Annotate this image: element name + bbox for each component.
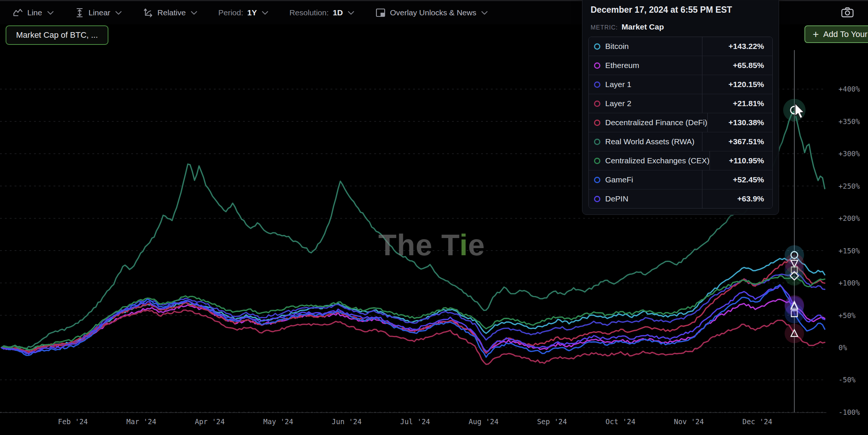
x-axis-tick-label: Dec '24 xyxy=(735,417,780,426)
tooltip-row[interactable]: Ethereum+65.85% xyxy=(589,56,772,75)
series-change-value: +143.22% xyxy=(729,42,764,51)
series-color-dot-icon xyxy=(594,101,600,107)
tooltip-row[interactable]: Real World Assets (RWA)+367.51% xyxy=(589,132,772,151)
x-axis-tick-label: Mar '24 xyxy=(119,417,164,426)
series-color-dot-icon xyxy=(594,62,600,69)
series-change-value: +130.38% xyxy=(729,118,764,127)
tooltip-row-name-cell: DePIN xyxy=(589,189,702,208)
series-line-bitcoin[interactable] xyxy=(1,256,825,351)
series-change-value: +367.51% xyxy=(729,137,764,146)
crosshair-marker-bitcoin xyxy=(791,252,798,258)
series-change-value: +110.95% xyxy=(729,156,764,165)
tooltip-row-name-cell: Ethereum xyxy=(589,56,702,75)
tooltip-row-value-cell: +367.51% xyxy=(702,132,772,151)
y-axis-tick-label: +300% xyxy=(838,149,867,158)
series-change-value: +120.15% xyxy=(729,80,764,89)
y-axis-tick-label: -50% xyxy=(838,376,867,384)
series-name: DePIN xyxy=(605,194,628,203)
y-axis-tick-label: +350% xyxy=(838,117,867,126)
series-name: Ethereum xyxy=(605,61,639,70)
tooltip-row-name-cell: Decentralized Finance (DeFi) xyxy=(589,113,708,132)
series-change-value: +21.81% xyxy=(733,99,764,108)
tooltip-row[interactable]: Centralized Exchanges (CEX)+110.95% xyxy=(589,151,772,170)
series-name: Centralized Exchanges (CEX) xyxy=(605,156,710,165)
crosshair-marker-triangle-up xyxy=(785,324,804,343)
x-axis-tick-label: Feb '24 xyxy=(50,417,95,426)
tooltip-row-value-cell: +120.15% xyxy=(702,75,772,94)
tooltip-row[interactable]: Decentralized Finance (DeFi)+130.38% xyxy=(589,113,772,132)
x-axis-tick-label: Sep '24 xyxy=(530,417,575,426)
tooltip-row[interactable]: Bitcoin+143.22% xyxy=(589,37,772,56)
series-color-dot-icon xyxy=(594,43,600,50)
crosshair-marker-triangle-up xyxy=(785,297,804,316)
y-axis-tick-label: +200% xyxy=(838,214,867,222)
series-name: Layer 1 xyxy=(605,80,631,89)
tooltip-row-value-cell: +65.85% xyxy=(702,56,772,75)
tooltip-row-name-cell: Layer 2 xyxy=(589,94,702,113)
series-name: GameFi xyxy=(605,175,633,184)
tooltip-row[interactable]: DePIN+63.9% xyxy=(589,189,772,208)
tooltip-row-name-cell: Centralized Exchanges (CEX) xyxy=(589,151,710,170)
series-name: Decentralized Finance (DeFi) xyxy=(605,118,707,127)
tooltip-row-value-cell: +130.38% xyxy=(708,113,772,132)
y-axis-tick-label: +50% xyxy=(838,311,867,320)
tooltip-row[interactable]: Layer 2+21.81% xyxy=(589,94,772,113)
crosshair-marker-diamond xyxy=(785,266,804,286)
series-name: Real World Assets (RWA) xyxy=(605,137,695,146)
x-axis-tick-label: May '24 xyxy=(256,417,301,426)
tooltip-metric: METRIC: Market Cap xyxy=(588,15,773,37)
tooltip-row-name-cell: Real World Assets (RWA) xyxy=(589,132,702,151)
series-color-dot-icon xyxy=(594,177,600,183)
tooltip-datetime: December 17, 2024 at 6:55 PM EST xyxy=(588,4,773,15)
series-color-dot-icon xyxy=(594,120,600,126)
tooltip-metric-label: METRIC: xyxy=(591,24,618,31)
tooltip-row-name-cell: Bitcoin xyxy=(589,37,702,56)
chart-tooltip: December 17, 2024 at 6:55 PM EST METRIC:… xyxy=(582,0,779,215)
series-color-dot-icon xyxy=(594,139,600,145)
x-axis-tick-label: Aug '24 xyxy=(461,417,506,426)
tooltip-row-value-cell: +21.81% xyxy=(702,94,772,113)
series-name: Bitcoin xyxy=(605,42,629,51)
x-axis-tick-label: Oct '24 xyxy=(598,417,643,426)
tooltip-row-name-cell: GameFi xyxy=(589,170,702,189)
y-axis-tick-label: +100% xyxy=(838,279,867,287)
y-axis-tick-label: +150% xyxy=(838,247,867,255)
series-color-dot-icon xyxy=(594,81,600,88)
y-axis-tick-label: -100% xyxy=(838,408,867,416)
tooltip-row-name-cell: Layer 1 xyxy=(589,75,702,94)
y-axis-tick-label: +400% xyxy=(838,85,867,93)
tooltip-row-value-cell: +143.22% xyxy=(702,37,772,56)
x-axis-tick-label: Nov '24 xyxy=(667,417,711,426)
series-change-value: +65.85% xyxy=(733,61,764,70)
tooltip-table: Bitcoin+143.22%Ethereum+65.85%Layer 1+12… xyxy=(588,37,773,209)
series-color-dot-icon xyxy=(594,158,600,164)
tooltip-row-value-cell: +110.95% xyxy=(710,151,772,170)
series-color-dot-icon xyxy=(594,196,600,202)
tooltip-row[interactable]: Layer 1+120.15% xyxy=(589,75,772,94)
series-line-depin[interactable] xyxy=(1,286,825,354)
x-axis-tick-label: Jun '24 xyxy=(324,417,369,426)
tooltip-row[interactable]: GameFi+52.45% xyxy=(589,170,772,189)
x-axis-line xyxy=(0,412,826,413)
tooltip-metric-value: Market Cap xyxy=(622,22,664,31)
tooltip-row-value-cell: +52.45% xyxy=(702,170,772,189)
y-axis-tick-label: +250% xyxy=(838,182,867,190)
series-name: Layer 2 xyxy=(605,99,631,108)
y-axis-tick-label: 0% xyxy=(838,343,867,352)
tooltip-row-value-cell: +63.9% xyxy=(702,189,772,208)
x-axis-tick-label: Jul '24 xyxy=(393,417,438,426)
x-axis-tick-label: Apr '24 xyxy=(187,417,232,426)
series-change-value: +63.9% xyxy=(737,194,764,203)
series-change-value: +52.45% xyxy=(733,175,764,184)
